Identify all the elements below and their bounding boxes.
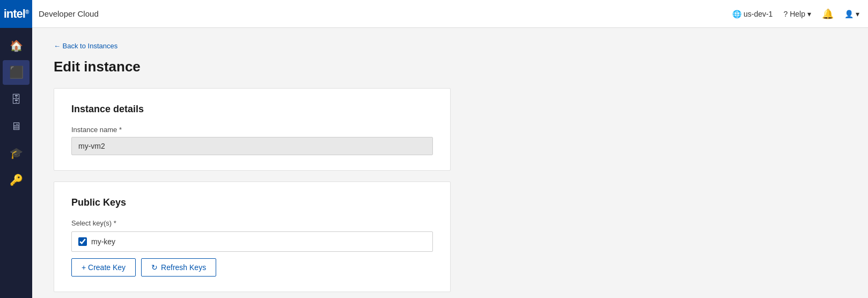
region-selector[interactable]: 🌐 us-dev-1 (732, 10, 773, 18)
key-checkbox[interactable] (78, 237, 87, 246)
back-link[interactable]: ← Back to Instances (54, 42, 117, 50)
create-key-button[interactable]: + Create Key (71, 258, 136, 277)
key-actions-row: + Create Key ↻ Refresh Keys (71, 258, 433, 277)
instance-details-card: Instance details Instance name * (54, 88, 451, 171)
key-checkbox-row: my-key (71, 231, 433, 252)
user-menu[interactable]: 👤 ▾ (844, 10, 859, 18)
notification-bell[interactable]: 🔔 (822, 8, 834, 20)
sidebar: 🏠 ⬛ 🗄 🖥 🎓 🔑 (0, 28, 32, 298)
key-icon: 🔑 (10, 173, 23, 186)
chip-icon: ⬛ (9, 66, 24, 79)
page-title: Edit instance (54, 59, 494, 75)
display-icon: 🖥 (11, 120, 21, 133)
key-name: my-key (91, 237, 115, 246)
chevron-down-icon: ▾ (807, 10, 811, 18)
instance-details-title: Instance details (71, 104, 433, 115)
instance-name-input[interactable] (71, 137, 433, 155)
region-label: us-dev-1 (744, 10, 773, 18)
learn-icon: 🎓 (10, 147, 23, 159)
sidebar-item-display[interactable]: 🖥 (3, 114, 30, 139)
logo-container: intel® (0, 0, 32, 28)
brand-name: Developer Cloud (39, 9, 732, 18)
globe-icon: 🌐 (732, 10, 741, 18)
user-icon: 👤 (844, 10, 854, 18)
content-area: ← Back to Instances Edit instance Instan… (32, 28, 515, 298)
refresh-keys-button[interactable]: ↻ Refresh Keys (141, 258, 216, 277)
header: intel® Developer Cloud 🌐 us-dev-1 ? Help… (0, 0, 868, 28)
main-layout: 🏠 ⬛ 🗄 🖥 🎓 🔑 ← Back to Instances Edit ins… (0, 28, 868, 298)
help-icon: ? (783, 10, 788, 18)
sidebar-item-instances[interactable]: ⬛ (3, 60, 30, 85)
main-content: ← Back to Instances Edit instance Instan… (32, 28, 868, 298)
user-chevron-icon: ▾ (856, 10, 859, 18)
header-right: 🌐 us-dev-1 ? Help ▾ 🔔 👤 ▾ (732, 8, 859, 20)
public-keys-title: Public Keys (71, 197, 433, 208)
public-keys-card: Public Keys Select key(s) * my-key + Cre… (54, 181, 451, 292)
sidebar-item-storage[interactable]: 🗄 (3, 87, 30, 112)
refresh-keys-label: Refresh Keys (161, 263, 206, 272)
storage-icon: 🗄 (11, 93, 21, 106)
sidebar-item-keys[interactable]: 🔑 (3, 168, 30, 192)
instance-name-label: Instance name * (71, 126, 433, 134)
sidebar-item-home[interactable]: 🏠 (3, 33, 30, 58)
help-label: Help (790, 10, 805, 18)
refresh-icon: ↻ (151, 263, 158, 272)
intel-logo: intel® (4, 7, 29, 21)
home-icon: 🏠 (10, 39, 23, 52)
help-menu[interactable]: ? Help ▾ (783, 10, 811, 18)
sidebar-item-learn[interactable]: 🎓 (3, 141, 30, 165)
select-keys-label: Select key(s) * (71, 219, 433, 227)
